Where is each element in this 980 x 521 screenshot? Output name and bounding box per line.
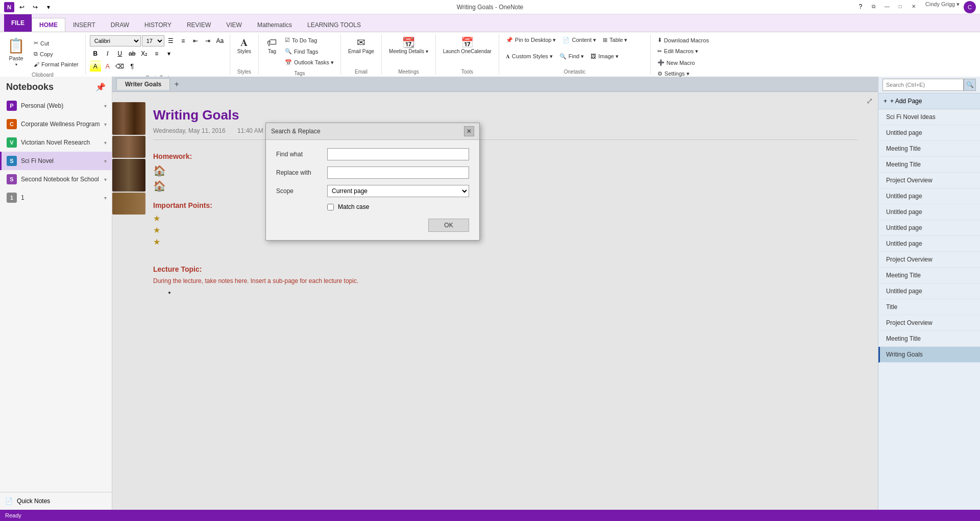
paragraph-btn[interactable]: ¶ <box>127 61 138 72</box>
tab-file[interactable]: FILE <box>4 14 32 32</box>
ribbon-group-onetastic: 📌 Pin to Desktop ▾ 📄 Content ▾ ⊞ Table ▾… <box>499 34 651 75</box>
tab-review[interactable]: REVIEW <box>179 18 218 32</box>
customize-btn[interactable]: ▾ <box>43 2 54 13</box>
minimize-btn[interactable]: — <box>881 1 893 12</box>
align-btn[interactable]: ≡ <box>151 48 162 59</box>
ribbon-group-tags: 🏷 Tag ☑ To Do Tag 🔍 Find Tags 📅 Outlook … <box>259 34 341 75</box>
page-item-writing-goals[interactable]: Writing Goals <box>878 347 980 363</box>
help-btn[interactable]: ? <box>855 1 866 12</box>
close-btn[interactable]: ✕ <box>908 1 919 12</box>
email-page-button[interactable]: ✉ Email Page <box>345 35 377 56</box>
page-item-untitled-1[interactable]: Untitled page <box>878 125 980 141</box>
page-item-project-3[interactable]: Project Overview <box>878 315 980 331</box>
strikethrough-btn[interactable]: ab <box>127 48 138 59</box>
page-item-untitled-5[interactable]: Untitled page <box>878 236 980 252</box>
ok-button[interactable]: OK <box>428 219 469 232</box>
notebook-item-victorian[interactable]: V Victorian Novel Research ▾ <box>0 133 112 152</box>
page-item-project-2[interactable]: Project Overview <box>878 252 980 268</box>
format-painter-button[interactable]: 🖌 Format Painter <box>31 60 81 69</box>
tab-mathematics[interactable]: Mathematics <box>250 18 300 32</box>
notebook-item-corporate[interactable]: C Corporate Wellness Program ▾ <box>0 115 112 133</box>
dialog-close-button[interactable]: ✕ <box>464 126 474 136</box>
new-macro-icon: ➕ <box>657 59 665 66</box>
increase-indent-btn[interactable]: ⇥ <box>202 35 213 46</box>
paste-button[interactable]: 📋 Paste ▾ <box>4 35 28 69</box>
restore-btn[interactable]: ⧉ <box>868 1 879 12</box>
edit-macros-button[interactable]: ✏ Edit Macros ▾ <box>655 46 701 56</box>
notebook-item-second[interactable]: S Second Notebook for School ▾ <box>0 170 112 188</box>
maximize-btn[interactable]: □ <box>895 1 906 12</box>
format-painter-icon: 🖌 <box>34 61 39 67</box>
decrease-indent-btn[interactable]: ⇤ <box>190 35 201 46</box>
find-input[interactable] <box>327 148 469 160</box>
meeting-details-button[interactable]: 📆 Meeting Details ▾ <box>386 35 431 56</box>
tab-history[interactable]: HISTORY <box>137 18 179 32</box>
download-macros-button[interactable]: ⬇ Download Macros <box>655 35 712 45</box>
subscript-btn[interactable]: X₂ <box>139 48 150 59</box>
page-item-meeting-2[interactable]: Meeting Title <box>878 157 980 173</box>
list-bullets-btn[interactable]: ☰ <box>165 35 177 46</box>
notebook-item-1[interactable]: 1 1 ▾ <box>0 188 112 207</box>
tab-draw[interactable]: DRAW <box>103 18 137 32</box>
quick-notes-item[interactable]: 📄 Quick Notes <box>0 492 112 510</box>
custom-styles-button[interactable]: 𝐀 Custom Styles ▾ <box>503 52 555 61</box>
page-item-title[interactable]: Title <box>878 299 980 315</box>
undo-btn[interactable]: ↩ <box>16 2 28 13</box>
find-onetastic-button[interactable]: 🔍 Find ▾ <box>557 52 586 61</box>
page-item-meeting-4[interactable]: Meeting Title <box>878 331 980 347</box>
pin-to-desktop-button[interactable]: 📌 Pin to Desktop ▾ <box>503 35 559 45</box>
launch-onecalendar-button[interactable]: 📅 Launch OneCalendar <box>440 35 495 56</box>
tab-insert[interactable]: INSERT <box>65 18 103 32</box>
copy-button[interactable]: ⧉ Copy <box>31 49 81 59</box>
page-item-project-1[interactable]: Project Overview <box>878 173 980 188</box>
match-case-checkbox[interactable] <box>327 204 334 210</box>
find-tags-button[interactable]: 🔍 Find Tags <box>282 46 336 56</box>
content-button[interactable]: 📄 Content ▾ <box>560 35 599 45</box>
highlight-btn[interactable]: A <box>90 61 101 72</box>
new-macro-button[interactable]: ➕ New Macro <box>655 58 698 67</box>
bold-btn[interactable]: B <box>90 48 101 59</box>
scope-label: Scope <box>276 187 322 195</box>
italic-btn[interactable]: I <box>102 48 113 59</box>
page-item-untitled-4[interactable]: Untitled page <box>878 220 980 236</box>
cut-button[interactable]: ✂ Cut <box>31 38 81 48</box>
victorian-chevron: ▾ <box>104 140 107 146</box>
table-button[interactable]: ⊞ Table ▾ <box>600 35 630 45</box>
notebooks-header: Notebooks 📌 <box>0 77 112 97</box>
erase-btn[interactable]: ⌫ <box>114 61 126 72</box>
add-page-button[interactable]: + + Add Page <box>878 93 980 109</box>
redo-btn[interactable]: ↪ <box>30 2 41 13</box>
underline-btn[interactable]: U <box>114 48 126 59</box>
page-item-scifi-ideas[interactable]: Sci Fi Novel Ideas <box>878 109 980 125</box>
page-item-untitled-6[interactable]: Untitled page <box>878 283 980 299</box>
font-size-select[interactable]: 17 891011121416182024 <box>142 35 164 46</box>
notebook-item-personal[interactable]: P Personal (Web) ▾ <box>0 97 112 115</box>
tab-learning-tools[interactable]: LEARNING TOOLS <box>300 18 369 32</box>
scope-select[interactable]: Current page All notebooks Current secti… <box>327 185 469 197</box>
page-item-untitled-3[interactable]: Untitled page <box>878 204 980 220</box>
page-item-untitled-2[interactable]: Untitled page <box>878 188 980 204</box>
second-label: Second Notebook for School <box>21 176 100 183</box>
search-button[interactable]: 🔍 <box>964 79 976 91</box>
font-color-btn[interactable]: A <box>102 61 113 72</box>
font-family-select[interactable]: Calibri Arial Times New Roman <box>90 35 141 46</box>
to-do-tag-button[interactable]: ☑ To Do Tag <box>282 35 336 45</box>
outlook-tasks-button[interactable]: 📅 Outlook Tasks ▾ <box>282 58 336 67</box>
image-button[interactable]: 🖼 Image ▾ <box>588 52 621 61</box>
scifi-chevron: ▾ <box>104 158 107 164</box>
page-item-meeting-3[interactable]: Meeting Title <box>878 268 980 283</box>
sidebar-pin-icon[interactable]: 📌 <box>95 82 106 92</box>
add-page-label: + Add Page <box>890 98 922 105</box>
list-numbers-btn[interactable]: ≡ <box>178 35 189 46</box>
notebook-item-scifi[interactable]: S Sci Fi Novel ▾ <box>0 152 112 170</box>
corporate-label: Corporate Wellness Program <box>21 121 100 128</box>
tag-button[interactable]: 🏷 Tag <box>263 35 281 56</box>
clear-format-btn[interactable]: Aa <box>214 35 226 46</box>
styles-button[interactable]: 𝐀 Styles <box>234 35 254 56</box>
tab-home[interactable]: HOME <box>32 18 65 32</box>
tab-view[interactable]: VIEW <box>218 18 250 32</box>
replace-input[interactable] <box>327 167 469 179</box>
search-input[interactable] <box>883 79 964 91</box>
page-item-meeting-1[interactable]: Meeting Title <box>878 141 980 157</box>
more-text-btn[interactable]: ▾ <box>163 48 175 59</box>
